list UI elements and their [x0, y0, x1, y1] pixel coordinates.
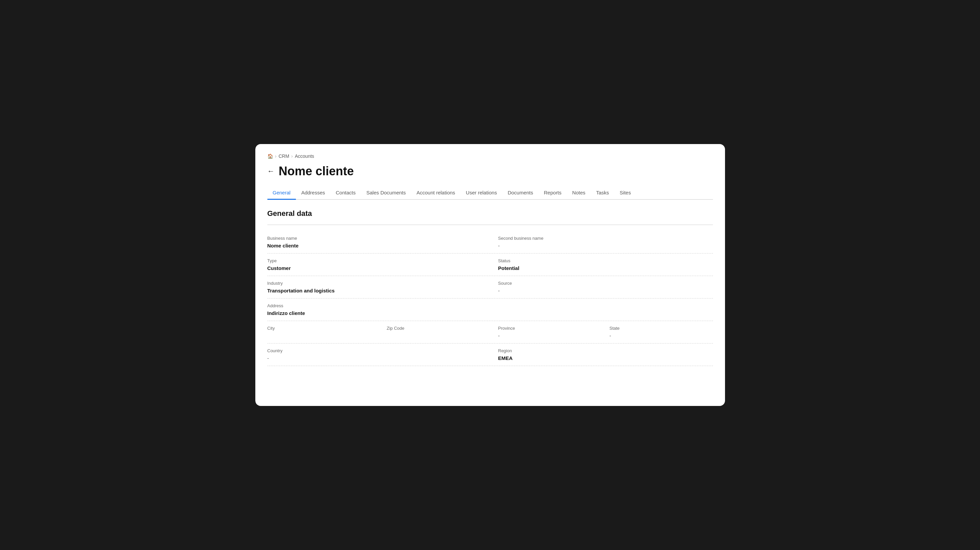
- address-value: Indirizzo cliente: [267, 310, 708, 316]
- industry-label: Industry: [267, 281, 485, 286]
- tab-addresses[interactable]: Addresses: [296, 187, 331, 200]
- business-name-value: Nome cliente: [267, 243, 485, 249]
- tab-general[interactable]: General: [267, 187, 296, 200]
- source-value: -: [498, 288, 708, 293]
- field-row-city-zip-province-state: City Zip Code Province - State -: [267, 321, 713, 343]
- field-zipcode: Zip Code: [379, 321, 490, 343]
- type-value: Customer: [267, 265, 485, 271]
- region-value: EMEA: [498, 355, 708, 361]
- field-region: Region EMEA: [490, 343, 713, 366]
- page-header: ← Nome cliente: [267, 164, 713, 178]
- breadcrumb: 🏠 › CRM › Accounts: [267, 153, 713, 159]
- city-label: City: [267, 326, 374, 331]
- province-value: -: [498, 333, 596, 338]
- state-value: -: [609, 333, 708, 338]
- second-business-name-value: -: [498, 243, 708, 249]
- page-title: Nome cliente: [279, 164, 354, 178]
- field-row-type-status: Type Customer Status Potential: [267, 253, 713, 276]
- breadcrumb-sep-1: ›: [275, 153, 277, 159]
- field-source: Source -: [490, 276, 713, 298]
- field-status: Status Potential: [490, 253, 713, 276]
- zipcode-label: Zip Code: [387, 326, 485, 331]
- tab-sales-documents[interactable]: Sales Documents: [361, 187, 411, 200]
- state-label: State: [609, 326, 708, 331]
- section-title: General data: [267, 209, 713, 218]
- field-state: State -: [601, 321, 713, 343]
- tabs-bar: General Addresses Contacts Sales Documen…: [267, 187, 713, 200]
- status-value: Potential: [498, 265, 708, 271]
- field-second-business-name: Second business name -: [490, 231, 713, 253]
- fields-grid: Business name Nome cliente Second busine…: [267, 231, 713, 366]
- tab-notes[interactable]: Notes: [567, 187, 591, 200]
- tab-documents[interactable]: Documents: [502, 187, 538, 200]
- source-label: Source: [498, 281, 708, 286]
- field-row-address: Address Indirizzo cliente: [267, 298, 713, 321]
- field-type: Type Customer: [267, 253, 490, 276]
- country-value: -: [267, 355, 485, 361]
- section-divider: [267, 225, 713, 225]
- tab-contacts[interactable]: Contacts: [331, 187, 361, 200]
- status-label: Status: [498, 258, 708, 263]
- home-icon[interactable]: 🏠: [267, 153, 273, 159]
- field-business-name: Business name Nome cliente: [267, 231, 490, 253]
- main-window: 🏠 › CRM › Accounts ← Nome cliente Genera…: [255, 144, 725, 406]
- breadcrumb-accounts[interactable]: Accounts: [295, 153, 314, 159]
- country-label: Country: [267, 348, 485, 353]
- region-label: Region: [498, 348, 708, 353]
- tab-account-relations[interactable]: Account relations: [411, 187, 461, 200]
- business-name-label: Business name: [267, 236, 485, 241]
- field-country: Country -: [267, 343, 490, 366]
- tab-tasks[interactable]: Tasks: [591, 187, 614, 200]
- tab-user-relations[interactable]: User relations: [461, 187, 503, 200]
- field-industry: Industry Transportation and logistics: [267, 276, 490, 298]
- province-label: Province: [498, 326, 596, 331]
- field-province: Province -: [490, 321, 601, 343]
- breadcrumb-crm[interactable]: CRM: [278, 153, 289, 159]
- field-city: City: [267, 321, 379, 343]
- field-row-business-name: Business name Nome cliente Second busine…: [267, 231, 713, 253]
- tab-reports[interactable]: Reports: [538, 187, 567, 200]
- second-business-name-label: Second business name: [498, 236, 708, 241]
- breadcrumb-sep-2: ›: [291, 153, 293, 159]
- address-label: Address: [267, 303, 708, 308]
- field-row-country-region: Country - Region EMEA: [267, 343, 713, 366]
- industry-value: Transportation and logistics: [267, 288, 485, 293]
- back-button[interactable]: ←: [267, 167, 275, 175]
- field-row-industry-source: Industry Transportation and logistics So…: [267, 276, 713, 298]
- tab-sites[interactable]: Sites: [614, 187, 636, 200]
- type-label: Type: [267, 258, 485, 263]
- field-address: Address Indirizzo cliente: [267, 298, 713, 320]
